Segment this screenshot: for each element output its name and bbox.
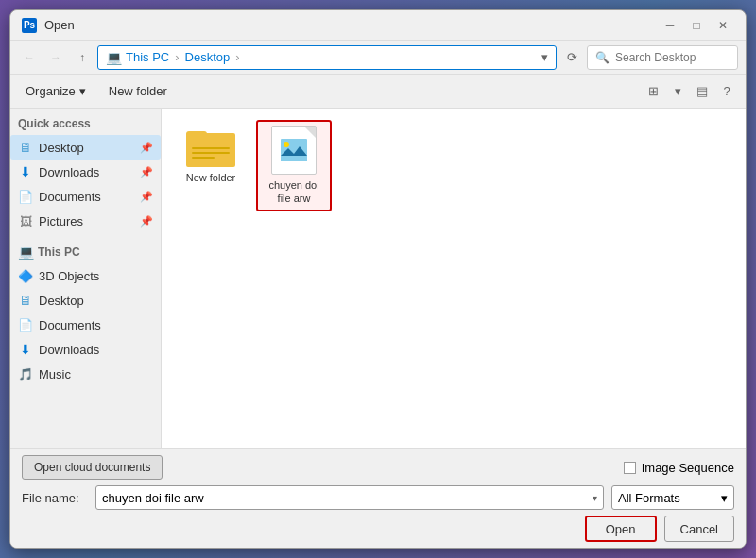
close-button[interactable]: ✕ <box>712 14 734 37</box>
sidebar-item-music-label: Music <box>39 367 71 381</box>
crumb-sep-2: › <box>235 50 239 64</box>
filename-dropdown-icon[interactable]: ▾ <box>593 493 597 503</box>
sidebar-item-3dobjects[interactable]: 🔷 3D Objects <box>10 263 161 288</box>
this-pc-section: 💻 This PC 🔷 3D Objects 🖥 Desktop <box>10 237 161 390</box>
sidebar-item-downloads-pc[interactable]: ⬇ Downloads <box>10 337 161 362</box>
help-button[interactable]: ? <box>715 80 738 103</box>
refresh-button[interactable]: ⟳ <box>560 46 583 69</box>
app-icon: Ps <box>22 18 37 33</box>
open-cloud-button[interactable]: Open cloud documents <box>22 455 163 480</box>
file-label-new-folder: New folder <box>186 171 236 184</box>
up-button[interactable]: ↑ <box>71 46 94 69</box>
svg-point-2 <box>284 142 289 147</box>
minimize-button[interactable]: ─ <box>659 14 681 37</box>
file-label-image: chuyen doi file arw <box>262 178 326 206</box>
sidebar-item-documents-quick[interactable]: 📄 Documents 📌 <box>10 184 161 209</box>
view-grid-icon: ⊞ <box>648 84 659 98</box>
open-dialog: Ps Open ─ □ ✕ ← → ↑ 💻 This PC › Desktop … <box>9 9 747 549</box>
address-bar: ← → ↑ 💻 This PC › Desktop › ▾ ⟳ 🔍 <box>10 41 746 75</box>
format-label: All Formats <box>618 491 680 505</box>
format-select[interactable]: All Formats ▾ <box>611 485 734 510</box>
breadcrumb: 💻 This PC › Desktop › <box>106 50 242 65</box>
bottom-row-cloud: Open cloud documents Image Sequence <box>22 455 734 480</box>
forward-button[interactable]: → <box>44 46 67 69</box>
title-bar: Ps Open ─ □ ✕ <box>10 10 746 41</box>
organize-button[interactable]: Organize ▾ <box>18 79 94 104</box>
address-path[interactable]: 💻 This PC › Desktop › ▾ <box>97 45 557 70</box>
filename-row: File name: ▾ All Formats ▾ <box>22 485 734 510</box>
music-icon: 🎵 <box>18 366 33 381</box>
image-sequence-label: Image Sequence <box>642 461 734 475</box>
quick-access-header: Quick access <box>10 112 161 135</box>
crumb-this-pc[interactable]: This PC <box>126 50 169 64</box>
sidebar-item-3dobjects-label: 3D Objects <box>39 269 99 283</box>
sidebar-item-desktop-pc-label: Desktop <box>39 294 84 308</box>
documents-quick-icon: 📄 <box>18 189 33 204</box>
search-input[interactable] <box>615 51 730 64</box>
file-item-new-folder[interactable]: New folder <box>173 120 249 211</box>
pin-icon-downloads: 📌 <box>140 166 153 178</box>
sidebar-item-desktop-quick-label: Desktop <box>39 141 84 155</box>
sidebar-item-downloads-quick-label: Downloads <box>39 165 99 179</box>
image-sequence-row: Image Sequence <box>624 461 734 475</box>
pin-icon-desktop: 📌 <box>140 142 153 154</box>
this-pc-header: 💻 This PC <box>10 241 161 263</box>
pictures-quick-icon: 🖼 <box>18 213 33 228</box>
sidebar-item-downloads-pc-label: Downloads <box>39 343 99 357</box>
dialog-title: Open <box>44 18 659 32</box>
sidebar-item-pictures-quick[interactable]: 🖼 Pictures 📌 <box>10 209 161 233</box>
sidebar-item-desktop-pc[interactable]: 🖥 Desktop <box>10 288 161 313</box>
crumb-desktop[interactable]: Desktop <box>185 50 231 64</box>
file-thumbnail <box>271 126 317 175</box>
quick-access-section: Quick access 🖥 Desktop 📌 ⬇ Downloads 📌 <box>10 109 161 237</box>
pc-icon: 💻 <box>106 50 122 65</box>
sidebar: Quick access 🖥 Desktop 📌 ⬇ Downloads 📌 <box>10 109 162 448</box>
documents-pc-icon: 📄 <box>18 317 33 332</box>
search-icon: 🔍 <box>595 51 610 64</box>
crumb-sep-1: › <box>175 50 179 64</box>
image-sequence-checkbox[interactable] <box>624 462 636 474</box>
sidebar-item-documents-pc-label: Documents <box>39 318 101 332</box>
layout-button[interactable]: ▤ <box>691 80 713 103</box>
sidebar-item-documents-pc[interactable]: 📄 Documents <box>10 313 161 337</box>
filename-label: File name: <box>22 491 88 505</box>
this-pc-label: This PC <box>38 245 80 259</box>
format-dropdown-icon: ▾ <box>721 491 728 505</box>
filename-input-wrap[interactable]: ▾ <box>95 485 604 510</box>
image-icon-svg <box>279 137 309 163</box>
organize-dropdown-icon: ▾ <box>79 84 86 98</box>
new-folder-button[interactable]: New folder <box>101 79 175 104</box>
sidebar-item-pictures-quick-label: Pictures <box>39 214 83 228</box>
sidebar-item-desktop-quick[interactable]: 🖥 Desktop 📌 <box>10 135 161 160</box>
sidebar-item-downloads-quick[interactable]: ⬇ Downloads 📌 <box>10 160 161 184</box>
maximize-button[interactable]: □ <box>685 14 708 37</box>
view-buttons: ⊞ ▾ ▤ ? <box>642 80 738 103</box>
file-area: New folder chuyen doi file arw <box>162 109 746 448</box>
back-button[interactable]: ← <box>18 46 41 69</box>
buttons-row: Open Cancel <box>22 516 734 542</box>
desktop-quick-icon: 🖥 <box>18 140 33 155</box>
bottom-bar: Open cloud documents Image Sequence File… <box>10 448 746 548</box>
pin-icon-pictures: 📌 <box>140 215 153 228</box>
view-dropdown-button[interactable]: ▾ <box>666 80 689 103</box>
cancel-button[interactable]: Cancel <box>664 516 734 542</box>
folder-icon <box>186 126 235 167</box>
downloads-pc-icon: ⬇ <box>18 342 33 357</box>
organize-label: Organize <box>26 84 76 98</box>
main-content: Quick access 🖥 Desktop 📌 ⬇ Downloads 📌 <box>10 109 746 448</box>
quick-access-label: Quick access <box>18 117 91 130</box>
desktop-pc-icon: 🖥 <box>18 293 33 308</box>
toolbar: Organize ▾ New folder ⊞ ▾ ▤ ? <box>10 75 746 109</box>
address-dropdown[interactable]: ▾ <box>541 50 548 64</box>
view-grid-button[interactable]: ⊞ <box>642 80 664 103</box>
sidebar-item-documents-quick-label: Documents <box>39 190 101 204</box>
open-button[interactable]: Open <box>585 516 657 542</box>
file-item-image[interactable]: chuyen doi file arw <box>256 120 332 211</box>
search-box[interactable]: 🔍 <box>587 45 738 70</box>
downloads-quick-icon: ⬇ <box>18 164 33 179</box>
sidebar-item-music[interactable]: 🎵 Music <box>10 362 161 386</box>
filename-input[interactable] <box>102 491 593 505</box>
pin-icon-documents: 📌 <box>140 191 153 203</box>
3dobjects-icon: 🔷 <box>18 268 33 283</box>
window-controls: ─ □ ✕ <box>659 14 734 37</box>
